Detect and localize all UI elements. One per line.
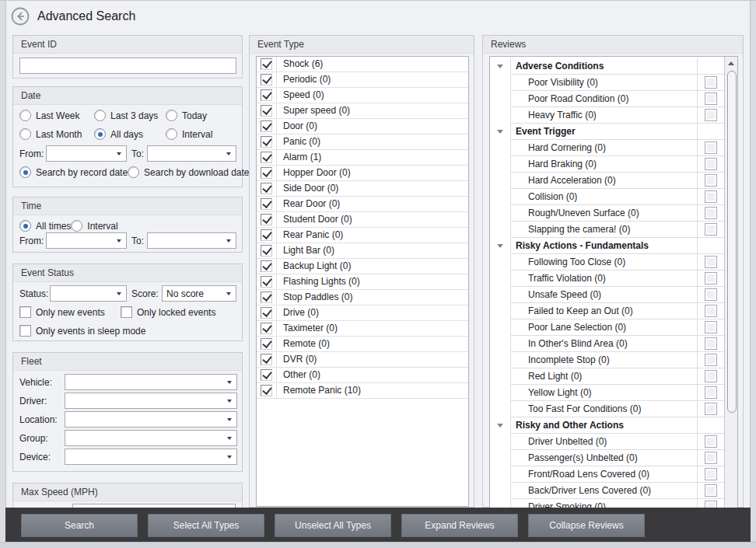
date-range-radio[interactable]: Today	[166, 110, 239, 121]
review-checkbox[interactable]	[705, 109, 717, 121]
fleet-dropdown[interactable]	[65, 393, 237, 409]
checked-checkbox-icon[interactable]	[261, 152, 272, 163]
review-row[interactable]: Back/Driver Lens Covered (0)	[490, 483, 724, 499]
collapse-arrow-icon[interactable]	[490, 124, 510, 140]
checked-checkbox-icon[interactable]	[261, 291, 272, 303]
collapse-arrow-icon[interactable]	[490, 173, 510, 189]
event-type-row[interactable]: DVR (0)	[257, 352, 468, 368]
review-checkbox[interactable]	[705, 370, 717, 382]
collapse-arrow-icon[interactable]	[490, 205, 510, 222]
collapse-arrow-icon[interactable]	[490, 450, 510, 466]
collapse-arrow-icon[interactable]	[490, 107, 510, 124]
review-row[interactable]: Hard Acceleration (0)	[490, 173, 724, 189]
event-type-row[interactable]: Drive (0)	[257, 305, 468, 321]
collapse-arrow-icon[interactable]	[490, 287, 510, 303]
review-checkbox[interactable]	[705, 354, 717, 366]
event-type-row[interactable]: Light Bar (0)	[257, 243, 468, 259]
checked-checkbox-icon[interactable]	[261, 89, 272, 101]
collapse-arrow-icon[interactable]	[490, 352, 510, 368]
event-status-checkbox[interactable]: Only events in sleep mode	[19, 325, 145, 337]
review-checkbox[interactable]	[705, 403, 717, 415]
review-row[interactable]: Unsafe Speed (0)	[490, 287, 724, 303]
checked-checkbox-icon[interactable]	[261, 198, 272, 210]
review-row[interactable]: Risky and Other Actions	[490, 417, 724, 434]
review-row[interactable]: Passenger(s) Unbelted (0)	[490, 450, 724, 466]
event-status-checkbox[interactable]: Only new events	[19, 306, 121, 318]
checked-checkbox-icon[interactable]	[261, 354, 272, 365]
time-to-dropdown[interactable]	[147, 232, 236, 249]
review-checkbox[interactable]	[705, 337, 717, 350]
event-type-row[interactable]: Other (0)	[257, 368, 468, 383]
review-row[interactable]: Front/Road Lens Covered (0)	[490, 466, 724, 483]
event-type-row[interactable]: Speed (0)	[257, 88, 468, 103]
date-mode-radio[interactable]: Search by download date	[128, 166, 249, 178]
event-type-row[interactable]: Hopper Door (0)	[257, 166, 468, 181]
review-checkbox[interactable]	[705, 288, 717, 301]
event-type-row[interactable]: Super speed (0)	[257, 103, 468, 119]
checked-checkbox-icon[interactable]	[261, 276, 272, 288]
review-row[interactable]: Driver Unbelted (0)	[490, 434, 724, 450]
checked-checkbox-icon[interactable]	[261, 369, 272, 381]
checked-checkbox-icon[interactable]	[261, 74, 272, 86]
review-checkbox[interactable]	[705, 223, 717, 236]
date-range-radio[interactable]: Last Month	[19, 128, 94, 140]
checked-checkbox-icon[interactable]	[261, 183, 272, 194]
checked-checkbox-icon[interactable]	[261, 58, 272, 70]
checked-checkbox-icon[interactable]	[261, 214, 272, 225]
button-unselect-all-types[interactable]: Unselect All Types	[275, 514, 391, 537]
time-from-dropdown[interactable]	[46, 232, 127, 249]
review-checkbox[interactable]	[705, 92, 717, 105]
review-row[interactable]: Collision (0)	[490, 189, 724, 205]
review-checkbox[interactable]	[705, 386, 717, 399]
event-id-input[interactable]	[19, 58, 236, 74]
checked-checkbox-icon[interactable]	[261, 307, 272, 319]
review-checkbox[interactable]	[705, 468, 717, 480]
checked-checkbox-icon[interactable]	[261, 105, 272, 117]
review-checkbox[interactable]	[705, 207, 717, 219]
collapse-arrow-icon[interactable]	[490, 254, 510, 271]
collapse-arrow-icon[interactable]	[490, 91, 510, 107]
review-checkbox[interactable]	[705, 76, 717, 89]
review-row[interactable]: Yellow Light (0)	[490, 385, 724, 401]
review-row[interactable]: Incomplete Stop (0)	[490, 352, 724, 368]
review-checkbox[interactable]	[705, 321, 717, 333]
review-row[interactable]: Traffic Violation (0)	[490, 271, 724, 287]
button-collapse-reviews[interactable]: Collapse Reviews	[528, 514, 645, 537]
collapse-arrow-icon[interactable]	[490, 140, 510, 156]
time-radio[interactable]: All times	[19, 220, 71, 232]
checked-checkbox-icon[interactable]	[261, 260, 272, 272]
button-select-all-types[interactable]: Select All Types	[148, 514, 264, 537]
fleet-dropdown[interactable]	[65, 430, 237, 446]
review-row[interactable]: Adverse Conditions	[490, 58, 724, 75]
checked-checkbox-icon[interactable]	[261, 229, 272, 241]
fleet-dropdown[interactable]	[65, 374, 237, 390]
date-mode-radio[interactable]: Search by record date	[19, 166, 128, 178]
checked-checkbox-icon[interactable]	[261, 120, 272, 132]
event-type-row[interactable]: Side Door (0)	[257, 181, 468, 197]
review-checkbox[interactable]	[705, 174, 717, 187]
event-type-row[interactable]: Rear Panic (0)	[257, 228, 468, 243]
time-radio[interactable]: Interval	[71, 220, 117, 232]
review-checkbox[interactable]	[705, 190, 717, 203]
review-checkbox[interactable]	[705, 452, 717, 464]
review-row[interactable]: Rough/Uneven Surface (0)	[490, 205, 724, 222]
review-row[interactable]: Event Trigger	[490, 124, 724, 140]
review-checkbox[interactable]	[705, 305, 717, 317]
collapse-arrow-icon[interactable]	[490, 271, 510, 287]
status-dropdown[interactable]	[50, 285, 127, 302]
collapse-arrow-icon[interactable]	[490, 58, 510, 75]
button-search[interactable]: Search	[21, 514, 138, 537]
review-row[interactable]: Heavy Traffic (0)	[490, 107, 724, 124]
review-row[interactable]: Following Too Close (0)	[490, 254, 724, 271]
event-type-row[interactable]: Taximeter (0)	[257, 321, 468, 337]
review-row[interactable]: Poor Visibility (0)	[490, 75, 724, 91]
review-row[interactable]: In Other's Blind Area (0)	[490, 336, 724, 352]
event-type-row[interactable]: Rear Door (0)	[257, 197, 468, 212]
date-range-radio[interactable]: Last Week	[19, 110, 94, 121]
review-checkbox[interactable]	[705, 484, 717, 497]
event-type-row[interactable]: Door (0)	[257, 119, 468, 134]
event-type-row[interactable]: Remote Panic (10)	[257, 383, 468, 399]
event-type-row[interactable]: Periodic (0)	[257, 72, 468, 88]
collapse-arrow-icon[interactable]	[490, 401, 510, 417]
event-type-row[interactable]: Panic (0)	[257, 134, 468, 150]
